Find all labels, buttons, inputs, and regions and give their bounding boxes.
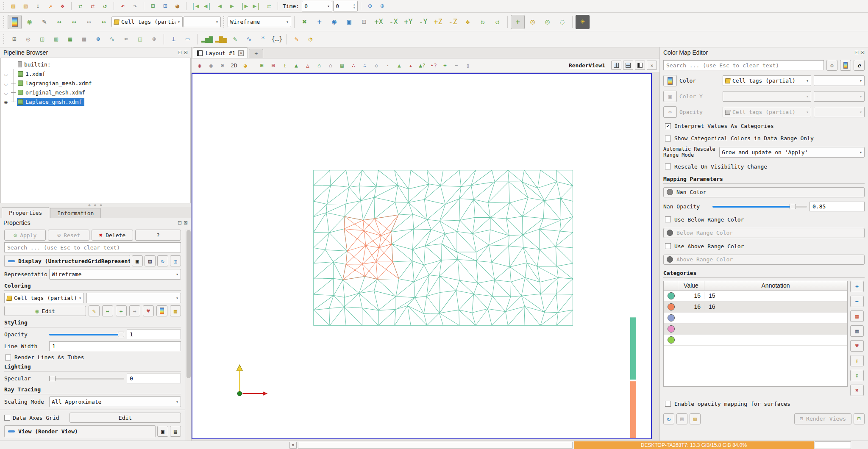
specular-slider-handle[interactable] (49, 376, 56, 381)
edit-color-y-icon[interactable]: ▣ (663, 91, 677, 102)
link-camera-button[interactable]: ◉ (194, 60, 205, 71)
cme-save-settings-icon[interactable]: ▤ (676, 413, 687, 424)
category-color-swatch[interactable] (668, 336, 675, 344)
camera-redo-button[interactable]: ⊡ (159, 1, 171, 11)
select-points-rectangle-button[interactable]: △ (302, 60, 313, 71)
add-active-values-button[interactable]: ♥ (850, 340, 864, 352)
remove-annotation-button[interactable]: − (850, 296, 864, 307)
clear-selection-button[interactable]: ▯ (462, 60, 473, 71)
show-orientation-axes-button[interactable]: ◎ (526, 15, 540, 29)
zoom-closest-to-data-button[interactable]: ▣ (342, 15, 356, 29)
render-lines-as-tubes-checkbox[interactable]: Render Lines As Tubes (5, 354, 180, 360)
disconnect-server-button[interactable]: ⇄ (87, 1, 98, 11)
select-points-polygon-button[interactable]: ⌂ (325, 60, 336, 71)
adjust-camera-button[interactable]: ◉ (206, 60, 217, 71)
use-below-range-checkbox[interactable]: Use Below Range Color (665, 216, 863, 223)
cme-refresh-icon[interactable]: ↻ (663, 413, 674, 424)
rescale-to-data-range-button[interactable]: ↔ (52, 15, 66, 29)
open-file-button[interactable]: ▨ (8, 1, 19, 11)
enable-opacity-mapping-checkbox[interactable]: Enable opacity mapping for surfaces (665, 401, 863, 407)
category-color-swatch[interactable] (668, 325, 675, 333)
coloring-array-select[interactable]: Cell tags (partial)▾ (4, 293, 84, 303)
show-categorical-checkbox[interactable]: Show Categorical Colors in Data Range On… (665, 135, 863, 141)
save-screenshot-button[interactable]: ↗ (45, 1, 56, 11)
paste-view-icon[interactable]: ▤ (170, 426, 181, 437)
temporal-interpolator-button[interactable]: * (256, 33, 270, 46)
pipeline-item-body[interactable]: 1.xdmf (17, 70, 48, 78)
save-data-button[interactable]: ▧ (20, 1, 31, 11)
specular-slider[interactable] (49, 375, 124, 382)
select-points-on-button[interactable]: ⊟ (268, 60, 279, 71)
rescale-mode-select[interactable]: Grow and update on 'Apply'▾ (719, 147, 865, 158)
import-add-annotations-button[interactable]: ↧ (850, 370, 864, 381)
vcr-previous-frame-button[interactable]: ◀| (202, 1, 213, 11)
vcr-play-button[interactable]: ▶ (226, 1, 238, 11)
cme-color-y-select[interactable]: ▾ (723, 91, 811, 102)
vcr-last-frame-button[interactable]: ▶| (251, 1, 262, 11)
cme-colormap-icon[interactable] (840, 60, 851, 71)
edit-color-array-icon[interactable] (663, 75, 677, 86)
category-color-swatch[interactable] (668, 292, 675, 299)
representation-combo[interactable]: Wireframe▾ (228, 17, 291, 27)
rescale-custom-icon[interactable]: ↔ (116, 305, 127, 316)
select-cells-rectangle-button[interactable]: ▲ (291, 60, 302, 71)
selection-display-button[interactable]: ▭ (181, 33, 194, 46)
category-row[interactable] (664, 313, 847, 324)
colormap-swatch-icon[interactable] (156, 305, 167, 316)
threshold-filter-button[interactable]: ▦ (64, 33, 77, 46)
opacity-input[interactable] (130, 331, 178, 338)
frame-spinbox[interactable]: 0▴▾ (333, 1, 358, 11)
undock-cme-icon[interactable]: ⊡ (854, 50, 859, 55)
colormap-toggle-button[interactable] (8, 15, 22, 29)
interactive-select-cells-button[interactable]: ∴ (359, 60, 370, 71)
set-view-plus-x-button[interactable]: +X (372, 15, 386, 29)
below-range-color-button[interactable]: Below Range Color (663, 228, 865, 238)
representation-select[interactable]: Wireframe▾ (49, 269, 181, 280)
add-annotation-button[interactable]: + (850, 281, 864, 292)
above-range-color-button[interactable]: Above Range Color (663, 255, 865, 265)
view-section-header[interactable]: View (Render View) (4, 425, 156, 437)
reset-button[interactable]: ⊘Reset (48, 230, 89, 241)
tab-information[interactable]: Information (50, 208, 101, 218)
opacity-slider[interactable] (49, 331, 124, 338)
query-points-button[interactable]: •? (428, 60, 439, 71)
shrink-selection-button[interactable]: − (451, 60, 462, 71)
reset-camera-closest-button[interactable]: ◉ (327, 15, 341, 29)
specular-input[interactable] (130, 375, 178, 382)
pipeline-item-body[interactable]: Laplace_gmsh.xdmf (17, 98, 84, 106)
visibility-off-icon[interactable]: ◡ (2, 71, 10, 77)
close-cme-icon[interactable]: ⊠ (860, 50, 865, 55)
pipeline-item-body[interactable]: lagrangian_mesh.xdmf (17, 79, 95, 87)
category-value[interactable]: 15 (678, 292, 704, 299)
save-display-defaults-icon[interactable]: ◫ (170, 255, 181, 266)
data-axes-grid-checkbox[interactable] (4, 415, 10, 421)
undock-properties-icon[interactable]: ⊡ (178, 220, 182, 226)
time-value-combo[interactable]: 0▾ (302, 1, 332, 11)
cme-opacity-array-select[interactable]: Cell tags (partial)▾ (723, 107, 811, 117)
plot-over-line-button[interactable]: ▂▇▅ (214, 33, 228, 46)
display-section-header[interactable]: Display (UnstructuredGridRepresenta (4, 255, 130, 267)
rescale-to-data-icon[interactable]: ↔ (102, 305, 113, 316)
line-width-input[interactable] (52, 343, 178, 349)
scrollbar-thumb[interactable] (186, 230, 191, 378)
contour-filter-button[interactable]: ◎ (22, 33, 35, 46)
paste-display-icon[interactable]: ▤ (145, 255, 156, 266)
cme-settings-gear-icon[interactable]: ⚙ (826, 60, 837, 71)
close-properties-icon[interactable]: ⊠ (184, 220, 188, 226)
delete-button[interactable]: ✖Delete (92, 230, 133, 241)
category-row[interactable]: 1515 (664, 291, 847, 302)
category-row[interactable]: 1616 (664, 302, 847, 313)
histogram-button[interactable]: ▂▅▇ (200, 33, 214, 46)
nan-opacity-input[interactable] (812, 203, 862, 210)
rotate-90-clockwise-button[interactable]: ↻ (476, 15, 490, 29)
properties-search-input[interactable] (4, 242, 181, 252)
zoom-box-button[interactable]: ◕ (240, 60, 251, 71)
probe-location-button[interactable]: ✎ (228, 33, 242, 46)
color-array-combo[interactable]: Cell tags (partial)▾ (111, 17, 183, 27)
data-axes-edit-button[interactable]: Edit (70, 413, 181, 423)
load-color-palette-button[interactable]: ◕ (172, 1, 183, 11)
close-panel-icon[interactable]: ⊠ (184, 50, 188, 55)
search-data-button[interactable]: ⊙ (364, 1, 376, 11)
undock-panel-icon[interactable]: ⊡ (178, 50, 182, 55)
use-above-range-checkbox[interactable]: Use Above Range Color (665, 243, 863, 249)
